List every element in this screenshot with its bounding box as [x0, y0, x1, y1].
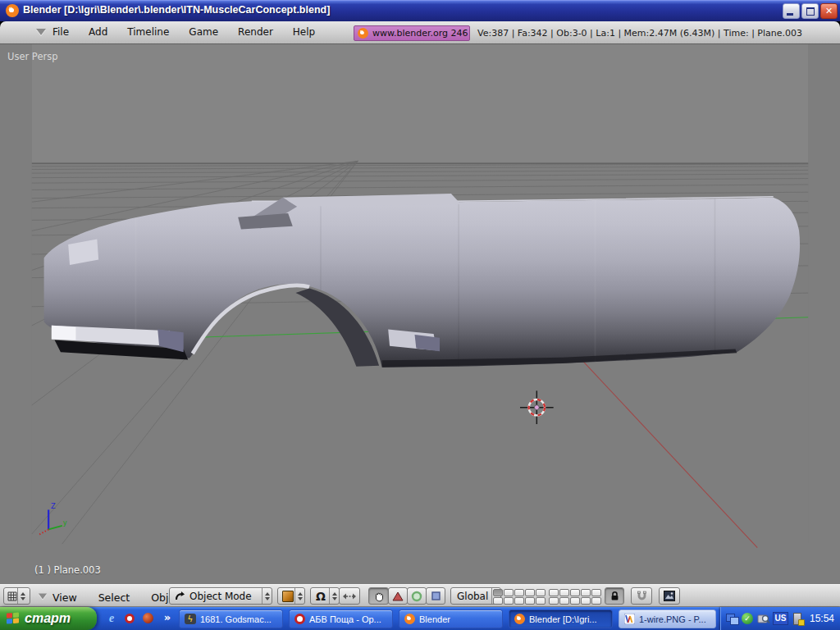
rotate-manipulator-button[interactable] — [407, 587, 427, 605]
layer-toggle[interactable] — [581, 589, 591, 596]
manipulator-center-button[interactable] — [339, 587, 360, 605]
grid-icon — [7, 591, 17, 601]
layer-toggle[interactable] — [549, 597, 559, 605]
chevron-icon[interactable]: » — [161, 612, 174, 625]
layer-toggle[interactable] — [504, 597, 514, 605]
close-button[interactable]: ✕ — [820, 3, 838, 19]
internet-explorer-icon[interactable]: e — [105, 612, 118, 625]
hand-button[interactable] — [368, 587, 389, 605]
snap-button[interactable] — [631, 587, 652, 605]
blender-icon — [514, 614, 525, 624]
layer-grid-1 — [493, 589, 546, 605]
menu-item-add[interactable]: Add — [89, 26, 107, 38]
layer-toggle[interactable] — [514, 597, 524, 605]
start-button[interactable]: старт — [0, 607, 97, 630]
search-icon[interactable] — [757, 612, 770, 625]
stepper[interactable] — [294, 588, 304, 604]
antivirus-icon[interactable]: ✓ — [742, 612, 755, 625]
axis-z-label: Z — [51, 502, 56, 510]
minimize-button[interactable] — [783, 3, 800, 19]
menu-item-view[interactable]: View — [52, 591, 77, 604]
mode-label: Object Mode — [189, 591, 258, 602]
blender-org-badge[interactable]: www.blender.org 246 — [354, 25, 470, 41]
triangle-icon — [392, 591, 404, 601]
layer-toggle[interactable] — [514, 589, 524, 596]
viewport-canvas[interactable]: Z y — [0, 44, 840, 584]
network-icon[interactable] — [726, 612, 739, 625]
layer-toggle[interactable] — [591, 589, 601, 596]
blender-badge-icon — [358, 28, 368, 39]
usb-icon[interactable] — [791, 612, 804, 625]
object-name-label: (1 ) Plane.003 — [34, 564, 101, 576]
layer-toggle[interactable] — [581, 597, 591, 605]
paint-icon — [624, 614, 635, 624]
layer-toggle[interactable] — [559, 589, 569, 596]
viewport-3d[interactable]: Z y User Persp (1 ) Plane.003 — [0, 44, 840, 584]
stepper[interactable] — [329, 588, 339, 604]
menu-item-timeline[interactable]: Timeline — [127, 26, 169, 38]
minimize-icon — [787, 13, 793, 16]
layer-toggle[interactable] — [591, 597, 601, 605]
task-button-label: 1681. Godsmac... — [200, 614, 272, 624]
layer-toggle[interactable] — [570, 597, 580, 605]
viewport-header: View Select Object Object Mode Ω — [0, 584, 840, 607]
cube-icon — [282, 591, 294, 602]
blender-icon — [404, 614, 415, 624]
opera-icon[interactable] — [123, 612, 136, 625]
opera-icon — [294, 614, 305, 624]
stepper[interactable] — [262, 588, 272, 604]
clock[interactable]: 15:54 — [810, 613, 834, 624]
axis-y-label: y — [63, 518, 67, 527]
mode-dropdown[interactable]: Object Mode — [169, 587, 272, 605]
taskbar: старт e » ϟ 1681. Godsmac... АБВ Поща - … — [0, 607, 840, 630]
pivot-dropdown[interactable]: Ω — [310, 587, 340, 605]
layer-toggle[interactable] — [536, 589, 546, 596]
layer-toggle[interactable] — [525, 589, 535, 596]
layer-toggle[interactable] — [559, 597, 569, 605]
restore-button[interactable] — [801, 3, 819, 19]
menu-item-select[interactable]: Select — [98, 591, 130, 604]
layer-toggle[interactable] — [549, 589, 559, 596]
task-button-blender-file[interactable]: Blender [D:\Igri... — [509, 609, 613, 628]
stepper[interactable] — [17, 588, 27, 604]
layer-toggle[interactable] — [493, 589, 503, 596]
pivot-icon: Ω — [316, 591, 326, 602]
window-titlebar[interactable]: Blender [D:\Igri\Blender\.blender\ITN-Mu… — [0, 0, 840, 21]
render-preview-button[interactable] — [659, 587, 680, 605]
task-button-image-viewer[interactable]: 1-wire.PNG - P... — [619, 609, 716, 628]
menu-item-help[interactable]: Help — [293, 26, 315, 38]
system-tray: ✓ US 15:54 — [720, 607, 840, 630]
task-button-winamp[interactable]: ϟ 1681. Godsmac... — [179, 609, 283, 628]
layer-toggle[interactable] — [536, 597, 546, 605]
scene-stats: Ve:387 | Fa:342 | Ob:3-0 | La:1 | Mem:2.… — [477, 28, 802, 39]
circle-icon — [411, 591, 422, 602]
draw-type-dropdown[interactable] — [277, 587, 305, 605]
car-model[interactable] — [44, 193, 800, 375]
layer-toggle[interactable] — [570, 589, 580, 596]
header-collapse-icon[interactable] — [39, 594, 47, 600]
restore-icon — [806, 7, 815, 16]
viewport-sky — [32, 44, 808, 163]
mode-icon — [175, 591, 185, 601]
square-icon — [431, 591, 441, 600]
close-icon: ✕ — [825, 6, 833, 16]
menu-item-file[interactable]: File — [52, 26, 69, 38]
header-collapse-icon[interactable] — [36, 29, 46, 35]
orientation-label: Global — [457, 591, 488, 602]
start-label: старт — [25, 611, 71, 626]
layer-toggle[interactable] — [525, 597, 535, 605]
task-button-blender[interactable]: Blender — [399, 609, 503, 628]
task-button-label: Blender [D:\Igri... — [529, 614, 597, 624]
editor-type-button[interactable] — [3, 587, 30, 605]
layer-toggle[interactable] — [493, 597, 503, 605]
lock-button[interactable] — [605, 587, 624, 605]
image-icon — [664, 591, 675, 601]
task-button-opera-mail[interactable]: АБВ Поща - Op... — [289, 609, 393, 628]
translate-manipulator-button[interactable] — [388, 587, 408, 605]
browser-icon[interactable] — [141, 612, 154, 625]
menu-item-game[interactable]: Game — [189, 26, 218, 38]
language-indicator[interactable]: US — [773, 612, 788, 625]
menu-item-render[interactable]: Render — [238, 26, 273, 38]
scale-manipulator-button[interactable] — [426, 587, 445, 605]
layer-toggle[interactable] — [504, 589, 514, 596]
